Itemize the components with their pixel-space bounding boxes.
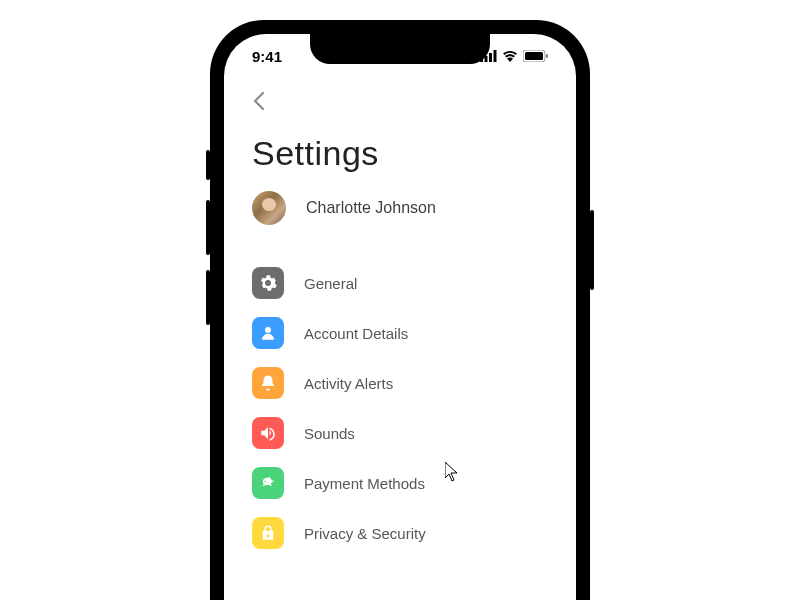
bell-icon [252,367,284,399]
settings-item-privacy[interactable]: Privacy & Security [252,517,548,549]
profile-row[interactable]: Charlotte Johnson [252,191,548,225]
person-icon [252,317,284,349]
svg-rect-6 [546,54,548,58]
speaker-icon [252,417,284,449]
settings-item-account[interactable]: Account Details [252,317,548,349]
svg-rect-5 [525,52,543,60]
settings-list: General Account Details Activity Alerts [252,267,548,549]
settings-item-payment[interactable]: Payment Methods [252,467,548,499]
settings-item-sounds[interactable]: Sounds [252,417,548,449]
content-area: Settings Charlotte Johnson General Accou… [224,78,576,549]
settings-item-label: Payment Methods [304,475,425,492]
settings-item-label: Privacy & Security [304,525,426,542]
settings-item-label: Sounds [304,425,355,442]
notch [310,34,490,64]
phone-frame: 9:41 Settings Charlotte Johnson [210,20,590,600]
screen: 9:41 Settings Charlotte Johnson [224,34,576,600]
svg-rect-3 [494,50,497,62]
svg-rect-2 [489,53,492,62]
status-indicators [480,48,548,65]
status-time: 9:41 [252,48,282,65]
settings-item-label: Account Details [304,325,408,342]
side-button [590,210,594,290]
wifi-icon [502,48,518,65]
avatar [252,191,286,225]
lock-icon [252,517,284,549]
gear-icon [252,267,284,299]
settings-item-alerts[interactable]: Activity Alerts [252,367,548,399]
svg-point-7 [265,327,271,333]
side-button [206,150,210,180]
piggy-bank-icon [252,467,284,499]
settings-item-general[interactable]: General [252,267,548,299]
side-button [206,200,210,255]
settings-item-label: Activity Alerts [304,375,393,392]
page-title: Settings [252,134,548,173]
side-button [206,270,210,325]
profile-name: Charlotte Johnson [306,199,436,217]
battery-icon [523,48,548,65]
settings-item-label: General [304,275,357,292]
back-button[interactable] [244,86,274,116]
